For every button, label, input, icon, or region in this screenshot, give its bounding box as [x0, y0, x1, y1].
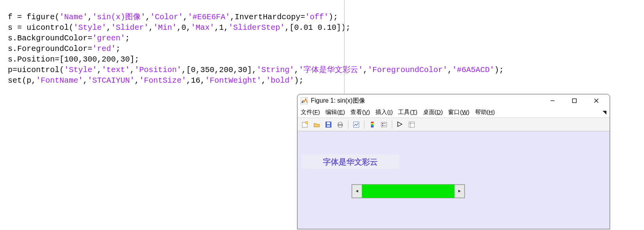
svg-rect-21 [382, 123, 383, 124]
toolbar [298, 118, 610, 131]
minimize-button[interactable] [545, 95, 560, 106]
slider-uicontrol[interactable]: ◄ ► [352, 184, 465, 198]
svg-point-7 [305, 121, 308, 124]
code-line-2: s = uicontrol('Style','Slider','Min',0,'… [8, 23, 350, 32]
svg-rect-10 [327, 125, 330, 127]
slider-right-arrow-icon[interactable]: ► [454, 185, 465, 198]
figure-canvas: 字体是华文彩云 ◄ ► [298, 131, 610, 229]
code-line-6: p=uicontrol('Style','text','Position',[0… [8, 65, 504, 74]
svg-rect-20 [381, 122, 387, 127]
menu-desktop[interactable]: 桌面(D) [423, 109, 443, 116]
figure-window: Figure 1: sin(x)图像 文件(F) 编辑(E) 查看(V) 插入(… [297, 94, 610, 229]
print-icon[interactable] [335, 120, 345, 130]
svg-rect-16 [371, 122, 373, 123]
code-line-3: s.BackgroundColor='green'; [8, 34, 130, 43]
insert-colorbar-icon[interactable] [367, 120, 377, 130]
property-inspector-icon[interactable] [407, 120, 417, 130]
svg-rect-18 [371, 124, 373, 125]
svg-rect-19 [371, 125, 373, 127]
menu-view[interactable]: 查看(V) [350, 109, 370, 116]
menu-help[interactable]: 帮助(H) [475, 109, 495, 116]
close-button[interactable] [589, 95, 603, 106]
insert-legend-icon[interactable] [379, 120, 389, 130]
pane-divider[interactable] [344, 0, 344, 94]
code-editor[interactable]: f = figure('Name','sin(x)图像','Color','#E… [8, 12, 347, 86]
menu-tools[interactable]: 工具(T) [398, 109, 417, 116]
svg-rect-25 [409, 122, 414, 127]
menu-edit[interactable]: 编辑(E) [325, 109, 345, 116]
new-figure-icon[interactable] [300, 120, 310, 130]
svg-point-1 [302, 101, 303, 103]
maximize-button[interactable] [567, 95, 581, 106]
titlebar[interactable]: Figure 1: sin(x)图像 [298, 94, 610, 107]
menu-insert[interactable]: 插入(I) [375, 109, 393, 116]
save-icon[interactable] [323, 120, 334, 130]
svg-rect-3 [572, 99, 576, 103]
text-uicontrol: 字体是华文彩云 [301, 155, 399, 169]
svg-rect-22 [382, 125, 383, 126]
svg-rect-9 [327, 122, 330, 124]
svg-rect-12 [339, 122, 342, 124]
code-line-7: set(p,'FontName','STCAIYUN','FontSize',1… [8, 76, 303, 85]
menu-chevron-icon[interactable]: ◥ [603, 109, 606, 115]
code-line-4: s.ForegroundColor='red'; [8, 44, 120, 53]
slider-left-arrow-icon[interactable]: ◄ [352, 185, 362, 198]
link-plot-icon[interactable] [351, 120, 361, 130]
svg-rect-17 [371, 123, 373, 124]
code-line-5: s.Position=[100,300,200,30]; [8, 55, 139, 64]
matlab-icon [301, 97, 308, 104]
menu-window[interactable]: 窗口(W) [448, 109, 469, 116]
menu-bar: 文件(F) 编辑(E) 查看(V) 插入(I) 工具(T) 桌面(D) 窗口(W… [298, 107, 610, 118]
window-title: Figure 1: sin(x)图像 [311, 97, 545, 105]
edit-plot-icon[interactable] [395, 120, 405, 130]
open-icon[interactable] [312, 120, 322, 130]
svg-rect-13 [339, 125, 342, 127]
menu-file[interactable]: 文件(F) [301, 109, 320, 116]
code-line-1: f = figure('Name','sin(x)图像','Color','#E… [8, 13, 338, 22]
slider-track[interactable] [362, 185, 454, 198]
